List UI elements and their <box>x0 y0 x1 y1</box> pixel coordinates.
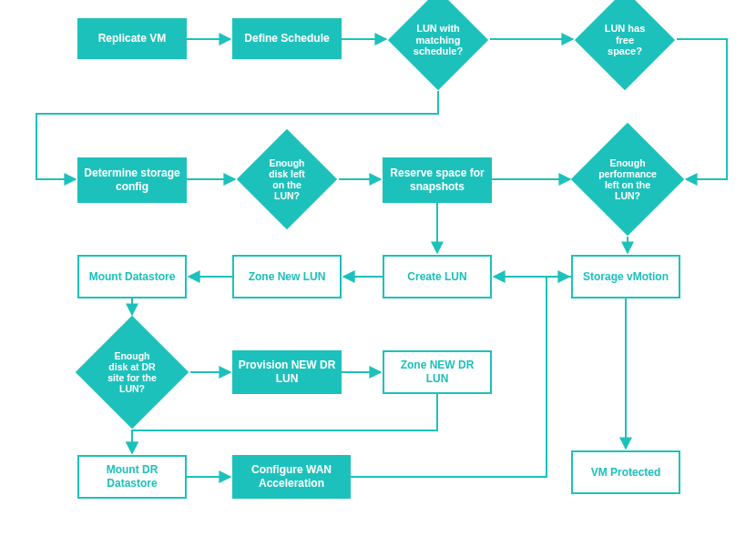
process-provision-new-dr: Provision NEW DR LUN <box>232 350 342 394</box>
process-mount-datastore: Mount Datastore <box>77 255 187 298</box>
label: Provision NEW DR LUN <box>238 359 336 386</box>
process-zone-new-lun: Zone New LUN <box>232 255 342 298</box>
decision-lun-matching: LUN with matching schedule? <box>403 5 474 76</box>
label: Zone NEW DR LUN <box>388 359 486 386</box>
label: VM Protected <box>591 466 661 480</box>
label: Enough disk left on the LUN? <box>264 157 310 201</box>
label: Determine storage config <box>83 167 181 194</box>
process-zone-new-dr: Zone NEW DR LUN <box>383 350 492 394</box>
decision-enough-perf-lun: Enough performance left on the LUN? <box>587 139 668 219</box>
label: Create LUN <box>407 270 466 284</box>
label: Define Schedule <box>244 32 329 46</box>
decision-enough-disk-lun: Enough disk left on the LUN? <box>251 144 322 215</box>
process-determine-storage: Determine storage config <box>77 157 187 203</box>
process-create-lun: Create LUN <box>383 255 492 298</box>
label: Storage vMotion <box>583 270 669 284</box>
process-vm-protected: VM Protected <box>571 450 680 494</box>
label: Configure WAN Acceleration <box>238 463 345 490</box>
decision-enough-disk-dr: Enough disk at DR site for the LUN? <box>92 332 172 412</box>
label: Mount DR Datastore <box>83 463 181 490</box>
label: LUN with matching schedule? <box>414 23 463 57</box>
label: Enough performance left on the LUN? <box>598 157 657 201</box>
label: Zone New LUN <box>249 270 326 284</box>
process-define-schedule: Define Schedule <box>232 18 342 59</box>
process-storage-vmotion: Storage vMotion <box>571 255 680 298</box>
label: Reserve space for snapshots <box>388 167 486 194</box>
process-mount-dr-datastore: Mount DR Datastore <box>77 455 187 499</box>
process-replicate-vm: Replicate VM <box>77 18 187 59</box>
process-reserve-snapshots: Reserve space for snapshots <box>383 157 492 203</box>
decision-lun-freespace: LUN has free space? <box>589 5 660 76</box>
label: Enough disk at DR site for the LUN? <box>105 350 159 394</box>
label: LUN has free space? <box>602 23 648 57</box>
label: Replicate VM <box>98 32 167 46</box>
label: Mount Datastore <box>89 270 176 284</box>
process-configure-wan: Configure WAN Acceleration <box>232 455 351 499</box>
